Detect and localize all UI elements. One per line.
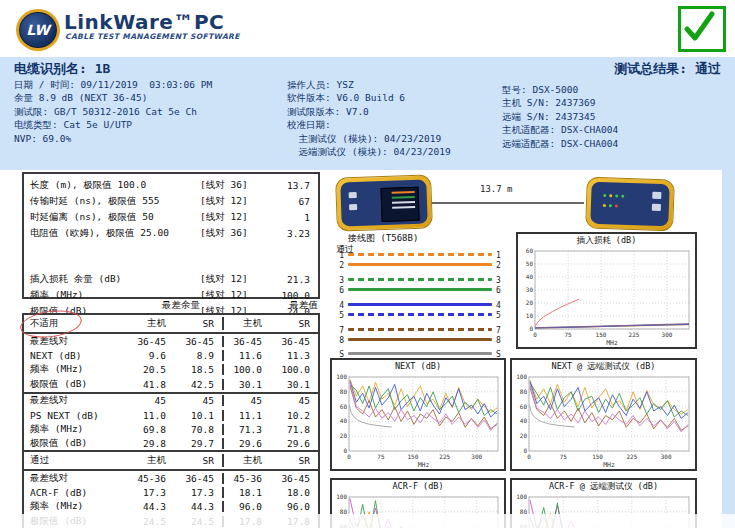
svg-text:20: 20: [340, 432, 348, 439]
chart-title: NEXT (dB): [332, 360, 504, 373]
row-label: 频率 (MHz): [24, 363, 126, 376]
svg-text:150: 150: [596, 331, 607, 338]
wiremap-title: 接线图 (T568B): [348, 232, 418, 245]
row-value: 67: [264, 196, 318, 207]
row-value: 29.6: [270, 438, 318, 449]
row-value: 18.1: [222, 487, 270, 498]
tester-screen: [380, 187, 419, 222]
tester-button: [652, 204, 661, 211]
row-label: 最差线对: [24, 472, 126, 485]
wire-pin-right: 8: [496, 336, 501, 345]
header-line: 校准日期:: [287, 118, 451, 131]
row-value: 71.3: [222, 424, 270, 435]
svg-text:60: 60: [520, 403, 528, 410]
wire-pin-right: 3: [496, 276, 501, 285]
led: [603, 194, 606, 197]
header-line: 软件版本: V6.0 Build 6: [287, 91, 451, 104]
table-row: 传输时延 (ns), 极限值 555[线对 12]67: [24, 193, 318, 209]
column-header: SR: [174, 318, 222, 329]
cable-length-label: 13.7 m: [480, 184, 513, 194]
margin-value-headers: 最差余量 最差值: [22, 299, 320, 313]
next-table-group1: 最差线对36-4536-4536-4536-45NEXT (dB)9.68.91…: [24, 334, 318, 392]
wiremap-wire-row: 55: [332, 313, 508, 321]
svg-text:300: 300: [662, 331, 673, 338]
row-label: 频率 (MHz): [24, 423, 126, 436]
row-pair: [线对 36]: [200, 179, 264, 192]
insertion-loss-chart: 插入损耗 (dB) 0751502253000102030405060MHz: [516, 232, 697, 349]
row-value: 13.7: [264, 180, 318, 191]
row-pair: [线对 12]: [200, 211, 264, 224]
column-header: SR: [174, 455, 222, 466]
row-value: 36-45: [126, 336, 174, 347]
column-header: 主机: [222, 454, 270, 467]
svg-text:50: 50: [526, 260, 534, 267]
table-row: 频率 (MHz)69.870.871.371.8: [24, 422, 318, 436]
row-value: 11.0: [126, 410, 174, 421]
svg-text:MHz: MHz: [606, 339, 618, 347]
row-value: 45: [174, 395, 222, 406]
svg-text:10: 10: [526, 312, 534, 319]
row-label: 极限值 (dB): [24, 378, 126, 391]
row-value: 20.5: [126, 364, 174, 375]
header-line: NVP: 69.0%: [14, 132, 212, 145]
row-value: 100.0: [222, 364, 270, 375]
row-pair: [线对 12]: [200, 273, 264, 286]
tester-button: [652, 192, 661, 199]
row-value: 100.0: [270, 364, 318, 375]
header-line: 远端测试仪 (模块): 04/23/2019: [287, 145, 451, 158]
table-row: 长度 (m), 极限值 100.0[线对 36]13.7: [24, 177, 318, 193]
table-row: ACR-F (dB)17.317.318.118.0: [24, 485, 318, 499]
table-status: 通过: [24, 454, 126, 467]
svg-text:225: 225: [439, 453, 450, 460]
svg-text:0: 0: [527, 453, 531, 460]
wiremap-diagram: 接线图 (T568B) 通过 1122336644557788SS: [332, 232, 508, 360]
row-value: 44.3: [174, 501, 222, 512]
screen-line: [392, 196, 415, 199]
svg-text:100: 100: [516, 373, 527, 380]
led: [609, 204, 612, 207]
header-left-column: 日期 / 时间: 09/11/2019 03:03:06 PM余量 8.9 dB…: [14, 78, 212, 145]
svg-text:20: 20: [520, 432, 528, 439]
row-value: 42.5: [174, 379, 222, 390]
row-value: 17.3: [126, 487, 174, 498]
row-label: 传输时延 (ns), 极限值 555: [24, 195, 200, 208]
tester-button: [349, 192, 357, 198]
chart-plot-area: 075150225300020406080100MHz: [512, 373, 695, 473]
row-value: 11.1: [222, 410, 270, 421]
header-right-column: 型号: DSX-5000主机 S/N: 2437369远端 S/N: 24373…: [502, 83, 618, 150]
wire-pin-right: 1: [496, 251, 501, 260]
row-value: 8.9: [174, 350, 222, 361]
wiremap-wire-row: 44: [332, 303, 508, 311]
wiremap-wire-row: 11: [332, 253, 508, 261]
table-row: 最差线对45-3636-4545-3636-45: [24, 471, 318, 485]
row-value: 3.23: [264, 228, 318, 239]
row-value: 9.6: [126, 350, 174, 361]
wire-line: [348, 313, 492, 316]
status-text: 通过: [30, 454, 49, 465]
wire-pin-right: 4: [496, 301, 501, 310]
svg-text:60: 60: [340, 403, 348, 410]
row-value: 29.7: [174, 438, 222, 449]
svg-text:150: 150: [407, 453, 418, 460]
row-value: 36-45: [270, 336, 318, 347]
chart-plot-area: 0751502253000102030405060MHz: [518, 247, 695, 351]
top-bar: LW LinkWare™PC CABLE TEST MANAGEMENT SOF…: [0, 0, 735, 57]
row-value: 96.0: [222, 501, 270, 512]
next-table-group2: 最差线对45454545PS NEXT (dB)11.010.111.110.2…: [24, 392, 318, 452]
svg-text:30: 30: [526, 286, 534, 293]
svg-text:MHz: MHz: [418, 461, 430, 469]
svg-text:80: 80: [520, 388, 528, 395]
row-label: 长度 (m), 极限值 100.0: [24, 179, 200, 192]
row-pair: [线对 36]: [200, 227, 264, 240]
wire-pin-right: 5: [496, 311, 501, 320]
app-subtitle: CABLE TEST MANAGEMENT SOFTWARE: [65, 32, 240, 41]
svg-text:300: 300: [661, 453, 672, 460]
wire-pin-left: 1: [334, 251, 344, 260]
row-pair: [线对 12]: [200, 195, 264, 208]
screen-line: [392, 191, 415, 194]
row-label: 插入损耗 余量 (dB): [24, 273, 200, 286]
chart-title: 插入损耗 (dB): [518, 234, 695, 247]
overall-result: 测试总结果: 通过: [614, 60, 721, 78]
row-value: 70.8: [174, 424, 222, 435]
row-label: 极限值 (dB): [24, 437, 126, 450]
